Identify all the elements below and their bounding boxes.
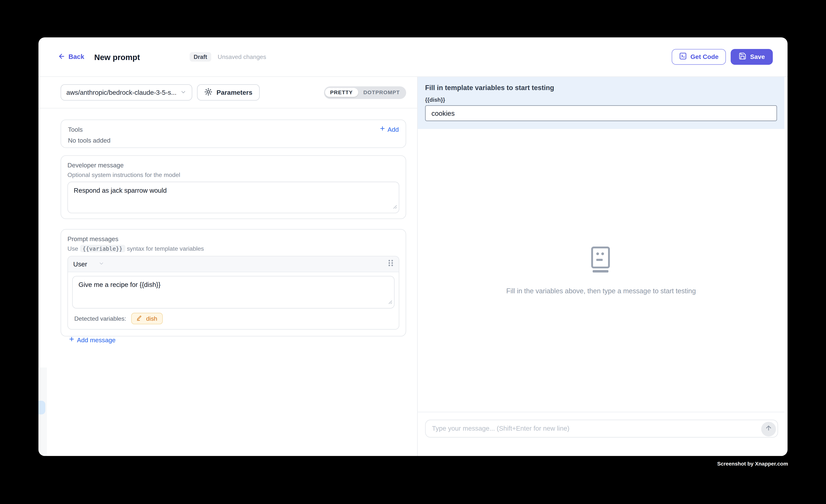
model-selector[interactable]: aws/anthropic/bedrock-claude-3-5-s... [61, 84, 192, 101]
message-header: User [68, 256, 399, 272]
header-actions: Get Code Save [671, 49, 773, 65]
get-code-button[interactable]: Get Code [671, 49, 726, 65]
model-selector-value: aws/anthropic/bedrock-claude-3-5-s... [66, 89, 176, 96]
role-selector[interactable]: User [73, 260, 105, 268]
divider [39, 108, 417, 109]
chat-message-input[interactable] [426, 425, 777, 432]
plus-icon [379, 125, 386, 133]
editor-pane: aws/anthropic/bedrock-claude-3-5-s... [39, 77, 417, 456]
save-button[interactable]: Save [731, 49, 773, 65]
save-label: Save [750, 53, 765, 60]
page-title: New prompt [94, 52, 140, 61]
pencil-icon [137, 315, 143, 322]
developer-message-textarea[interactable]: Respond as jack sparrow would [68, 182, 399, 213]
chat-empty-area: Fill in the variables above, then type a… [418, 129, 784, 412]
variable-chip-dish[interactable]: dish [131, 313, 163, 324]
message-textarea[interactable]: Give me a recipe for {{dish}} [73, 276, 394, 308]
add-tool-label: Add [388, 126, 399, 133]
main-split: aws/anthropic/bedrock-claude-3-5-s... [39, 77, 787, 456]
tools-empty-text: No tools added [68, 137, 399, 144]
arrow-left-icon [58, 52, 65, 61]
chat-input-box [425, 420, 778, 437]
detected-variables-row: Detected variables: dish [74, 313, 395, 324]
detected-variables-label: Detected variables: [74, 315, 126, 322]
subtitle-suffix: syntax for template variables [127, 245, 204, 252]
developer-message-title: Developer message [67, 162, 399, 169]
send-button[interactable] [761, 422, 776, 437]
status-badge: Draft [189, 52, 212, 62]
prompt-messages-title: Prompt messages [67, 235, 399, 243]
developer-message-subtitle: Optional system instructions for the mod… [67, 172, 399, 178]
back-label: Back [68, 53, 84, 60]
add-message-button[interactable]: Add message [68, 336, 399, 344]
chat-input-bar [418, 412, 784, 456]
tester-pane: Fill in template variables to start test… [417, 77, 784, 456]
screenshot-stage: Back New prompt Draft Unsaved changes Ge… [0, 0, 826, 504]
collapsed-sidebar-active-item [39, 400, 45, 414]
chevron-down-icon [99, 260, 105, 268]
tools-title: Tools [68, 126, 83, 133]
variable-syntax-chip: {{variable}} [80, 245, 125, 252]
prompt-messages-subtitle: Use {{variable}} syntax for template var… [67, 245, 399, 252]
variable-fill-section: Fill in template variables to start test… [418, 77, 784, 129]
tools-card: Tools Add No tools added [61, 120, 406, 148]
toggle-dotprompt[interactable]: DOTPROMPT [358, 88, 405, 97]
header: Back New prompt Draft Unsaved changes Ge… [39, 37, 787, 77]
toggle-pretty[interactable]: PRETTY [325, 88, 358, 97]
variable-chip-label: dish [146, 315, 157, 322]
back-button[interactable]: Back [58, 52, 84, 61]
resize-grip-icon[interactable] [393, 202, 397, 211]
screenshot-watermark: Screenshot by Xnapper.com [717, 461, 788, 466]
gear-icon [204, 87, 212, 97]
fill-title: Fill in template variables to start test… [425, 84, 777, 91]
developer-message-card: Developer message Optional system instru… [61, 155, 406, 219]
variable-value-input[interactable] [425, 105, 777, 121]
message-block: User Give me a recipe for {{ [67, 256, 399, 330]
save-icon [739, 52, 747, 62]
prompt-messages-card: Prompt messages Use {{variable}} syntax … [61, 229, 406, 336]
parameters-button[interactable]: Parameters [197, 84, 259, 101]
drag-handle-icon[interactable] [388, 259, 394, 269]
add-message-label: Add message [77, 336, 116, 343]
role-value: User [73, 260, 87, 268]
empty-state-text: Fill in the variables above, then type a… [506, 287, 696, 295]
model-row: aws/anthropic/bedrock-claude-3-5-s... [39, 77, 417, 101]
subtitle-prefix: Use [67, 245, 78, 252]
variable-name-label: {{dish}} [425, 97, 777, 103]
chevron-down-icon [180, 87, 187, 97]
message-textarea-wrap: Give me a recipe for {{dish}} [72, 276, 395, 309]
terminal-icon [679, 52, 687, 62]
plus-icon [68, 336, 75, 344]
parameters-label: Parameters [217, 89, 252, 96]
developer-message-textarea-wrap: Respond as jack sparrow would [67, 182, 399, 213]
message-body: Give me a recipe for {{dish}} Detected v… [68, 272, 399, 329]
view-toggle: PRETTY DOTPROMPT [324, 86, 406, 99]
unsaved-changes-label: Unsaved changes [218, 54, 266, 60]
get-code-label: Get Code [691, 53, 719, 60]
bot-face-icon [591, 246, 611, 275]
add-tool-button[interactable]: Add [379, 125, 399, 133]
resize-grip-icon[interactable] [388, 297, 392, 307]
app-window: Back New prompt Draft Unsaved changes Ge… [39, 37, 787, 456]
arrow-up-icon [765, 425, 772, 434]
